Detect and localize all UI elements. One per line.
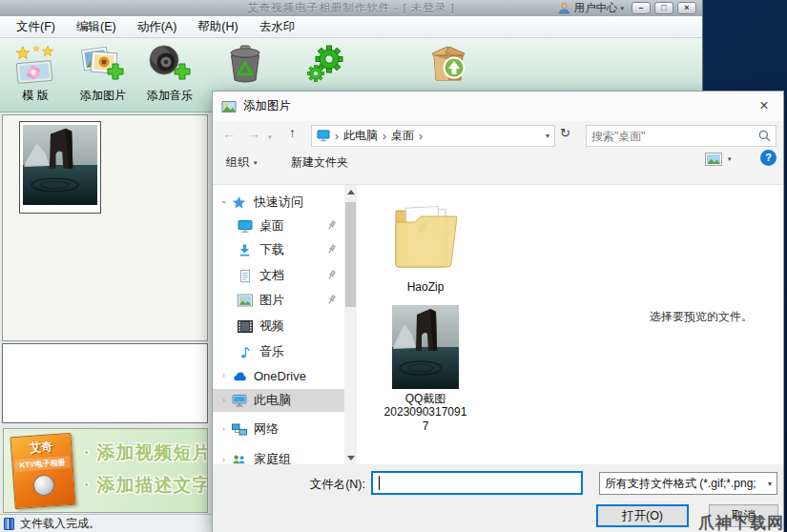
banner-bullet-1: · 添加视频短片	[84, 440, 208, 465]
tree-item-network[interactable]: › 网络	[213, 418, 344, 440]
up-button[interactable]: ↑	[289, 126, 296, 139]
app-titlebar[interactable]: 艾奇视频电子相册制作软件 - [ 未登录 ] 用户中心 ▾ – □ ×	[0, 0, 702, 16]
sea-rock-image	[23, 125, 97, 205]
filetype-value: 所有支持文件格式 (*.gif;*.png;	[605, 476, 756, 492]
help-button[interactable]: ?	[760, 150, 777, 166]
scroll-up-icon[interactable]	[347, 190, 355, 194]
status-text: 文件载入完成。	[20, 516, 100, 532]
forward-button[interactable]: →	[247, 127, 260, 140]
documents-icon	[237, 268, 253, 283]
clear-button[interactable]	[218, 44, 274, 86]
new-folder-label: 新建文件夹	[291, 154, 348, 171]
filename-input[interactable]	[373, 473, 581, 493]
view-mode-button[interactable]: ▾	[705, 153, 732, 166]
user-center-button[interactable]: 用户中心 ▾	[558, 1, 624, 15]
tree-item-downloads[interactable]: 下载	[213, 238, 344, 261]
tree-item-videos[interactable]: 视频	[213, 315, 344, 338]
menu-item-file[interactable]: 文件(F)	[6, 19, 66, 35]
history-dropdown-icon[interactable]: ▾	[268, 131, 272, 144]
add-image-icon	[80, 44, 126, 86]
videos-icon	[237, 318, 253, 334]
settings-button[interactable]	[298, 44, 353, 86]
add-image-button[interactable]: 添加图片	[75, 44, 131, 104]
banner-bullet-2: · 添加描述文字	[84, 473, 208, 498]
chevron-expanded-icon[interactable]: ›	[217, 197, 231, 207]
filetype-select[interactable]: 所有支持文件格式 (*.gif;*.png; ▾	[599, 472, 777, 495]
tree-item-pictures[interactable]: 图片	[213, 289, 344, 312]
breadcrumb-separator-icon: ›	[335, 130, 339, 143]
site-watermark: 爪神下载网	[698, 512, 784, 532]
refresh-button[interactable]: ↻	[560, 127, 570, 140]
back-button[interactable]: ←	[222, 127, 236, 140]
menu-item-remove-watermark[interactable]: 去水印	[249, 19, 306, 35]
tree-item-homegroup[interactable]: › 家庭组	[213, 448, 344, 464]
promo-banner[interactable]: 艾奇 KTV电子相册 · 添加视频短片 · 添加描述文字	[3, 428, 208, 513]
desktop-icon	[237, 218, 253, 234]
add-music-label: 添加音乐	[142, 88, 197, 104]
dialog-body: › 快速访问 桌面 下载	[213, 184, 783, 464]
chevron-collapsed-icon[interactable]: ›	[217, 396, 231, 405]
breadcrumb-desktop[interactable]: 桌面	[391, 128, 414, 144]
file-item-qq-screenshot[interactable]: QQ截图 2023090317091 7	[363, 305, 487, 433]
address-bar[interactable]: › 此电脑 › 桌面 › ▾	[311, 125, 555, 147]
user-center-label: 用户中心	[573, 1, 617, 15]
menu-item-action[interactable]: 动作(A)	[127, 19, 188, 35]
minimize-button[interactable]: –	[632, 2, 651, 14]
address-dropdown-icon[interactable]: ▾	[546, 132, 549, 140]
folder-icon	[390, 197, 461, 277]
menu-bar: 文件(F) 编辑(E) 动作(A) 帮助(H) 去水印	[0, 16, 702, 38]
tree-item-desktop[interactable]: 桌面	[213, 215, 344, 237]
photo-list-panel	[2, 114, 208, 341]
microphone-icon	[32, 474, 54, 496]
boxart-title: 艾奇	[11, 438, 72, 458]
search-icon	[758, 130, 771, 142]
homegroup-icon	[231, 452, 247, 464]
gears-icon	[302, 44, 348, 86]
screen: 艾奇视频电子相册制作软件 - [ 未登录 ] 用户中心 ▾ – □ × 文件(F…	[0, 0, 787, 532]
chevron-collapsed-icon[interactable]: ›	[217, 455, 231, 464]
preview-hint: 选择要预览的文件。	[619, 309, 783, 325]
description-panel	[2, 343, 208, 423]
template-icon	[12, 44, 58, 86]
breadcrumb-this-pc[interactable]: 此电脑	[343, 128, 378, 144]
template-button[interactable]: 模 版	[8, 44, 63, 104]
menu-item-help[interactable]: 帮助(H)	[187, 19, 248, 35]
chevron-collapsed-icon[interactable]: ›	[217, 371, 231, 380]
file-label-line: QQ截图	[363, 392, 487, 405]
search-box[interactable]	[586, 125, 777, 147]
file-item-haozip[interactable]: HaoZip	[363, 197, 487, 294]
tree-scrollbar[interactable]	[344, 185, 357, 464]
new-folder-button[interactable]: 新建文件夹	[291, 154, 348, 171]
chevron-collapsed-icon[interactable]: ›	[217, 424, 231, 434]
scroll-down-icon[interactable]	[347, 456, 355, 460]
menu-item-edit[interactable]: 编辑(E)	[66, 19, 127, 35]
dialog-close-button[interactable]: ×	[754, 96, 775, 115]
music-note-icon	[237, 344, 253, 359]
status-icon	[4, 518, 14, 530]
photo-thumbnail[interactable]	[19, 121, 101, 214]
chevron-down-icon: ▾	[768, 480, 772, 488]
search-input[interactable]	[591, 130, 758, 143]
close-button[interactable]: ×	[677, 2, 696, 14]
tree-item-this-pc[interactable]: › 此电脑	[213, 389, 344, 412]
dialog-titlebar[interactable]: 添加图片	[213, 92, 783, 121]
scrollbar-thumb[interactable]	[345, 202, 356, 307]
pin-icon	[325, 269, 338, 281]
tree-item-onedrive[interactable]: › OneDrive	[213, 364, 344, 387]
tree-item-music[interactable]: 音乐	[213, 340, 344, 363]
organize-button[interactable]: 组织 ▾	[226, 154, 258, 171]
tree-item-documents[interactable]: 文档	[213, 264, 344, 287]
maximize-button[interactable]: □	[654, 2, 673, 14]
desktop-location-icon	[317, 130, 330, 142]
organize-label: 组织	[226, 154, 249, 171]
add-music-button[interactable]: 添加音乐	[142, 44, 197, 104]
this-pc-icon	[231, 393, 247, 408]
open-button[interactable]: 打开(O)	[596, 504, 689, 527]
tree-item-quick-access[interactable]: › 快速访问	[213, 191, 344, 214]
filename-field[interactable]	[371, 471, 583, 495]
export-button[interactable]	[422, 44, 477, 86]
pin-icon	[325, 243, 338, 256]
app-title: 艾奇视频电子相册制作软件 - [ 未登录 ]	[247, 1, 455, 15]
chevron-down-icon: ▾	[254, 159, 258, 167]
upload-box-icon	[426, 44, 472, 86]
